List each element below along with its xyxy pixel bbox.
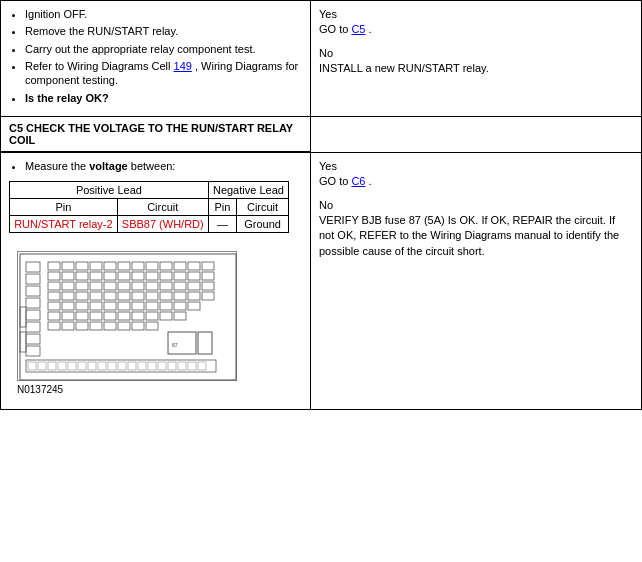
no-block: No INSTALL a new RUN/START relay.	[319, 46, 633, 77]
c6-link[interactable]: C6	[351, 175, 365, 187]
row-pos-pin: RUN/START relay-2	[10, 216, 118, 233]
wiring-link-149[interactable]: 149	[174, 60, 192, 72]
no-label: No	[319, 46, 633, 61]
no-action-text: INSTALL a new RUN/START relay.	[319, 62, 489, 74]
step-question: Is the relay OK?	[25, 91, 302, 105]
row-pos-circuit: SBB87 (WH/RD)	[117, 216, 208, 233]
bottom-left-panel: Measure the voltage between: Positive Le…	[1, 153, 311, 409]
col-pos-circuit: Circuit	[117, 199, 208, 216]
bottom-no-action: VERIFY BJB fuse 87 (5A) Is OK. If OK, RE…	[319, 214, 619, 257]
diagram-label: N0137245	[17, 384, 63, 395]
bottom-no-label: No	[319, 198, 633, 213]
yes-block: Yes GO to C5 .	[319, 7, 633, 38]
bottom-no-block: No VERIFY BJB fuse 87 (5A) Is OK. If OK,…	[319, 198, 633, 260]
bottom-right-panel: Yes GO to C6 . No VERIFY BJB fuse 87 (5A…	[311, 153, 641, 409]
yes-action-text: GO to C5 .	[319, 23, 372, 35]
diagram-area: 87	[9, 243, 302, 403]
negative-lead-header: Negative Lead	[208, 182, 288, 199]
c5-link[interactable]: C5	[351, 23, 365, 35]
svg-rect-0	[20, 254, 236, 380]
bottom-yes-block: Yes GO to C6 .	[319, 159, 633, 190]
step-ignition: Ignition OFF.	[25, 7, 302, 21]
bottom-yes-action: GO to C6 .	[319, 175, 372, 187]
top-left-panel: Ignition OFF. Remove the RUN/START relay…	[1, 1, 311, 116]
step-remove-relay: Remove the RUN/START relay.	[25, 24, 302, 38]
section-c5-header: C5 CHECK THE VOLTAGE TO THE RUN/START RE…	[1, 117, 311, 152]
row-neg-circuit: Ground	[237, 216, 289, 233]
step-relay-test: Carry out the appropriate relay componen…	[25, 42, 302, 56]
col-neg-pin: Pin	[208, 199, 236, 216]
col-neg-circuit: Circuit	[237, 199, 289, 216]
positive-lead-header: Positive Lead	[10, 182, 209, 199]
voltage-table: Positive Lead Negative Lead Pin Circuit …	[9, 181, 289, 233]
row-neg-pin: —	[208, 216, 236, 233]
bottom-yes-label: Yes	[319, 159, 633, 174]
svg-text:87: 87	[172, 342, 178, 348]
top-right-panel: Yes GO to C5 . No INSTALL a new RUN/STAR…	[311, 1, 641, 116]
col-pos-pin: Pin	[10, 199, 118, 216]
step-wiring-ref: Refer to Wiring Diagrams Cell 149 , Wiri…	[25, 59, 302, 88]
yes-label: Yes	[319, 7, 633, 22]
fuse-box-diagram: 87	[17, 251, 237, 381]
measure-instruction: Measure the voltage between:	[25, 159, 302, 173]
